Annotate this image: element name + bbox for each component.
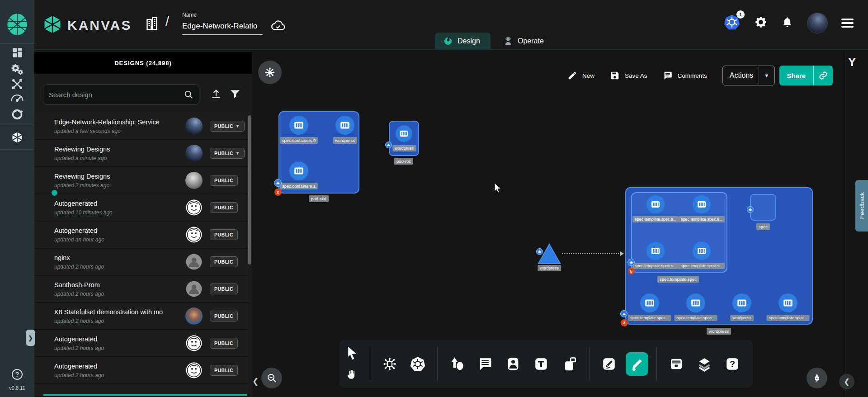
- brand[interactable]: KANVAS: [43, 14, 132, 36]
- owner-avatar: [185, 335, 203, 352]
- user-avatar[interactable]: [807, 13, 828, 33]
- design-name-input[interactable]: Edge-Network-Relatio: [182, 22, 263, 35]
- design-list-item[interactable]: Edge-Network-Relationship: Serviceupdate…: [34, 113, 249, 140]
- new-button[interactable]: New: [567, 71, 594, 80]
- actions-button[interactable]: Actions ▼: [722, 66, 775, 85]
- node-container-spec-containers-0[interactable]: [289, 116, 308, 135]
- panel-expand-handle[interactable]: ❯: [26, 330, 35, 346]
- pencil-icon: [567, 71, 577, 80]
- tab-design[interactable]: Design: [435, 33, 491, 50]
- pan-hand-tool[interactable]: [346, 368, 358, 382]
- node-template-container-1[interactable]: [646, 195, 665, 213]
- design-list-item[interactable]: nginxupdated 2 hours ago PUBLIC: [34, 249, 249, 276]
- menu-hamburger-icon[interactable]: [841, 17, 854, 30]
- node-deploy-container-3[interactable]: [732, 293, 751, 312]
- copy-link-icon[interactable]: [814, 71, 833, 80]
- layers-tool[interactable]: [693, 352, 716, 376]
- save-as-button[interactable]: Save As: [610, 71, 647, 80]
- design-list-item[interactable]: Autogeneratedupdated 10 minutes ago PUBL…: [34, 194, 249, 222]
- collapse-right-chevron[interactable]: ❮: [839, 374, 854, 389]
- sidebar-item-configuration[interactable]: [0, 78, 34, 90]
- panel-scrollbar[interactable]: [248, 115, 251, 265]
- import-design-icon[interactable]: [210, 88, 222, 101]
- share-button[interactable]: Share: [779, 66, 833, 85]
- design-title: Edge-Network-Relationship: Service: [54, 118, 184, 126]
- sidebar-item-kanvas[interactable]: [0, 131, 34, 144]
- visibility-select[interactable]: PUBLIC▼: [210, 121, 245, 132]
- kanvas-app: KANVAS / Name Edge-Network-Relatio 1: [0, 0, 868, 397]
- visibility-select[interactable]: PUBLIC▼: [210, 148, 245, 159]
- node-spec-template-spec[interactable]: [631, 192, 727, 273]
- design-list-item[interactable]: Reviewing Designsupdated a minute ago PU…: [34, 140, 249, 167]
- sidebar-item-dashboard[interactable]: [0, 47, 34, 59]
- node-container-spec-containers-1[interactable]: [289, 161, 308, 180]
- zoom-out-button[interactable]: [261, 368, 282, 388]
- shape-rect-tool[interactable]: [558, 352, 581, 376]
- help-icon[interactable]: ?: [12, 369, 23, 380]
- error-count-badge[interactable]: 5: [628, 268, 635, 274]
- design-list-item[interactable]: Autogeneratedupdated 2 hours ago PUBLIC: [34, 330, 249, 357]
- annotation-tool[interactable]: [474, 352, 496, 376]
- ink-pen-button[interactable]: [807, 368, 827, 388]
- error-count-badge[interactable]: 2: [274, 189, 282, 196]
- sidebar-item-lifecycle[interactable]: [0, 62, 34, 76]
- layer5-logo[interactable]: [5, 12, 29, 38]
- design-updated: updated 2 hours ago: [54, 345, 184, 351]
- notifications-bell-icon[interactable]: [781, 16, 793, 30]
- kubernetes-tool[interactable]: [406, 352, 429, 376]
- organization-icon[interactable]: [144, 14, 160, 34]
- collapse-left-chevron[interactable]: ❮: [251, 376, 259, 386]
- kubernetes-kind-badge: [385, 142, 392, 148]
- edge-service-to-deployment[interactable]: [562, 253, 621, 254]
- search-icon[interactable]: [184, 90, 193, 99]
- text-tool[interactable]: [530, 352, 552, 376]
- design-search[interactable]: [43, 84, 199, 105]
- search-input[interactable]: [49, 91, 184, 99]
- design-updated: updated 2 hours ago: [54, 264, 184, 270]
- sidebar-item-extensions[interactable]: [0, 108, 34, 121]
- feedback-tab[interactable]: Feedback: [855, 180, 868, 232]
- cloud-sync-icon[interactable]: [270, 19, 286, 34]
- comments-button[interactable]: Comments: [663, 71, 707, 80]
- design-list-item[interactable]: Autogeneratedupdated 2 hours ago PUBLIC: [34, 357, 249, 384]
- settings-gear-icon[interactable]: [754, 15, 768, 31]
- node-container-wordpress-2[interactable]: [396, 125, 412, 142]
- design-list-item[interactable]: Santhosh-Promupdated 2 hours ago PUBLIC: [34, 276, 249, 303]
- node-spec[interactable]: [750, 194, 776, 221]
- sidebar-item-performance[interactable]: [0, 93, 34, 104]
- node-template-container-4[interactable]: [693, 242, 711, 260]
- shapes-tool[interactable]: [446, 352, 468, 376]
- filter-icon[interactable]: [229, 88, 241, 101]
- help-tool[interactable]: ?: [721, 352, 744, 376]
- pointer-tool[interactable]: [345, 346, 359, 363]
- media-tool[interactable]: [502, 352, 524, 376]
- visibility-badge: PUBLIC: [210, 202, 238, 213]
- meshery-snowflake-button[interactable]: [258, 61, 282, 84]
- owner-avatar: [185, 199, 203, 216]
- pen-tool[interactable]: [598, 352, 620, 376]
- drawer-archive-tool[interactable]: [665, 352, 688, 376]
- design-updated: updated 2 hours ago: [54, 372, 184, 378]
- node-deploy-container-2[interactable]: [686, 293, 705, 312]
- freehand-draw-tool[interactable]: [626, 352, 648, 376]
- node-deploy-container-4[interactable]: [778, 293, 797, 312]
- kubernetes-context-icon[interactable]: 1: [723, 14, 741, 33]
- rail-bottom: ? v0.8.11: [0, 369, 34, 391]
- node-label: spec.containers.0: [280, 137, 318, 144]
- design-list-item[interactable]: K8 Statefulset demonstration with moupda…: [34, 303, 249, 330]
- error-count-badge[interactable]: 3: [621, 319, 628, 326]
- components-tool[interactable]: [378, 352, 401, 376]
- design-list-item[interactable]: Autogeneratedupdated an hour ago PUBLIC: [34, 222, 249, 249]
- node-deploy-container-1[interactable]: [640, 293, 659, 312]
- tab-operate[interactable]: Operate: [495, 33, 550, 50]
- node-label: wordpress: [730, 315, 754, 321]
- right-drawer-handle[interactable]: Y: [848, 55, 856, 69]
- visibility-badge: PUBLIC: [210, 256, 238, 267]
- actions-caret-icon[interactable]: ▼: [759, 73, 774, 78]
- node-container-wordpress[interactable]: [335, 116, 354, 135]
- node-template-container-2[interactable]: [693, 195, 711, 213]
- node-template-container-3[interactable]: [646, 242, 665, 260]
- owner-avatar: [185, 253, 203, 270]
- design-list-item[interactable]: Reviewing Designsupdated 2 minutes ago P…: [34, 167, 249, 194]
- design-title: Reviewing Designs: [54, 146, 184, 153]
